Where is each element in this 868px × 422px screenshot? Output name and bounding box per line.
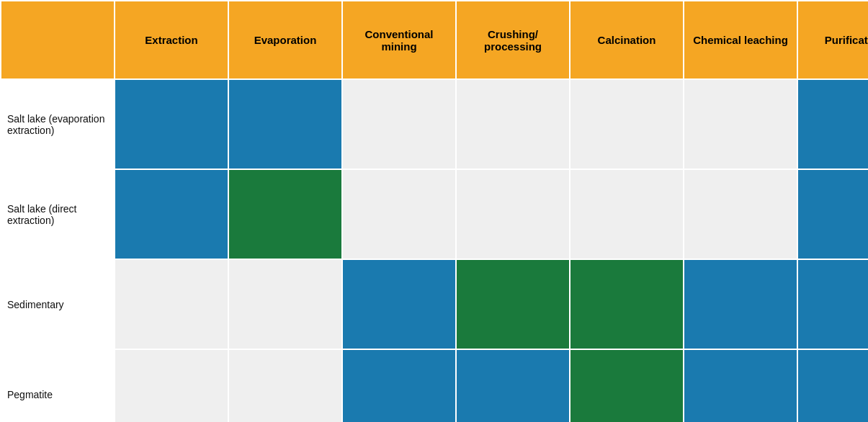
cell-0-4 xyxy=(570,79,684,169)
row-label-1: Salt lake (direct extraction) xyxy=(1,169,115,259)
cell-2-0 xyxy=(115,259,228,349)
header-col7: Purification xyxy=(797,1,868,79)
table-row: Pegmatite xyxy=(1,349,868,422)
process-table: Extraction Evaporation Conventional mini… xyxy=(0,0,868,422)
cell-2-6 xyxy=(797,259,868,349)
header-row: Extraction Evaporation Conventional mini… xyxy=(1,1,868,79)
cell-2-3 xyxy=(456,259,570,349)
cell-1-1 xyxy=(228,169,342,259)
cell-2-4 xyxy=(570,259,684,349)
row-label-2: Sedimentary xyxy=(1,259,115,349)
table-row: Salt lake (evaporation extraction) xyxy=(1,79,868,169)
header-col2: Evaporation xyxy=(228,1,342,79)
header-col0 xyxy=(1,1,115,79)
cell-2-1 xyxy=(228,259,342,349)
cell-2-2 xyxy=(342,259,456,349)
row-label-0: Salt lake (evaporation extraction) xyxy=(1,79,115,169)
cell-0-6 xyxy=(797,79,868,169)
row-label-3: Pegmatite xyxy=(1,349,115,422)
cell-3-0 xyxy=(115,349,228,422)
cell-3-5 xyxy=(684,349,797,422)
table-row: Salt lake (direct extraction) xyxy=(1,169,868,259)
cell-1-6 xyxy=(797,169,868,259)
main-table-container: Extraction Evaporation Conventional mini… xyxy=(0,0,868,422)
cell-1-3 xyxy=(456,169,570,259)
cell-3-6 xyxy=(797,349,868,422)
cell-1-5 xyxy=(684,169,797,259)
cell-0-2 xyxy=(342,79,456,169)
cell-3-2 xyxy=(342,349,456,422)
header-col1: Extraction xyxy=(115,1,228,79)
header-col5: Calcination xyxy=(570,1,684,79)
cell-2-5 xyxy=(684,259,797,349)
header-col3: Conventional mining xyxy=(342,1,456,79)
cell-1-2 xyxy=(342,169,456,259)
cell-0-5 xyxy=(684,79,797,169)
table-row: Sedimentary xyxy=(1,259,868,349)
cell-0-1 xyxy=(228,79,342,169)
cell-0-0 xyxy=(115,79,228,169)
cell-3-1 xyxy=(228,349,342,422)
cell-1-0 xyxy=(115,169,228,259)
cell-3-4 xyxy=(570,349,684,422)
cell-1-4 xyxy=(570,169,684,259)
header-col6: Chemical leaching xyxy=(684,1,797,79)
header-col4: Crushing/ processing xyxy=(456,1,570,79)
cell-0-3 xyxy=(456,79,570,169)
cell-3-3 xyxy=(456,349,570,422)
